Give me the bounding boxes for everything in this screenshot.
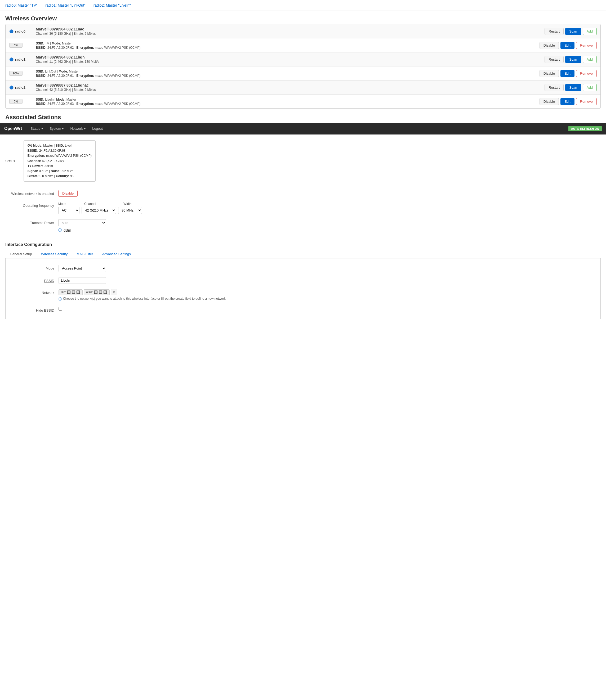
interface-config-title: Interface Configuration [5, 240, 601, 250]
network-field-row: Network lan: 🔲 🔲 🔲 wan: 🔲 🔲 🔲 [11, 287, 595, 304]
radio2-link[interactable]: radio2: Master "LiveIn" [93, 3, 131, 7]
radio0-link[interactable]: radio0: Master "TV" [5, 3, 37, 7]
radio2-restart-button[interactable]: Restart [544, 84, 564, 91]
radio1-link[interactable]: radio1: Master "LinkOut" [45, 3, 86, 7]
channel-select[interactable]: 42 (5210 MHz)36 (5180 MHz)40 (5200 MHz) [81, 207, 116, 214]
system-dropdown-icon: ▾ [62, 123, 64, 135]
radio1-ssid-row: 60% SSID: LinkOut | Mode: Master BSSID: … [5, 67, 601, 80]
transmit-power-label: Transmit Power [5, 219, 58, 225]
hide-essid-checkbox[interactable] [59, 307, 62, 311]
freq-selects: ACNB/GB/G/N 42 (5210 MHz)36 (5180 MHz)40… [58, 207, 150, 214]
status-popup: 0% Mode: Master | SSID: LiveIn BSSID: 24… [24, 140, 96, 182]
navbar-logout[interactable]: Logout [89, 123, 106, 135]
tab-mac-filter[interactable]: MAC-Filter [72, 250, 97, 258]
hide-essid-field-row: Hide ESSID [11, 304, 595, 315]
wireless-overview-table: 🔵 radio0 Marvell 88W8964 802.11nac Chann… [5, 24, 601, 108]
transmit-power-unit: dBm [64, 228, 71, 233]
help-icon-txpower: ⓘ [58, 228, 62, 233]
essid-field-value [59, 277, 595, 284]
tab-advanced-settings[interactable]: Advanced Settings [97, 250, 135, 258]
radio2-ssid-row: 0% SSID: LiveIn | Mode: Master BSSID: 24… [5, 95, 601, 108]
radio2-main-row: 🔵 radio2 Marvell 88W8887 802.11bgnac Cha… [5, 80, 601, 95]
mode-field-value: Access PointClientAd-HocMonitor [59, 265, 595, 272]
radio1-signal-indicator: 60% [9, 71, 33, 76]
radio2-name: radio2 [15, 86, 25, 90]
network-dropdown-icon: ▾ [84, 123, 86, 135]
radio0-ssid-detail: SSID: TV | Mode: Master [36, 42, 537, 45]
radio0-ssid-info: SSID: TV | Mode: Master BSSID: 24:F5:A2:… [33, 41, 539, 49]
radio0-scan-button[interactable]: Scan [565, 28, 581, 35]
radio1-restart-button[interactable]: Restart [544, 56, 564, 63]
radio2-disable-button[interactable]: Disable [539, 98, 559, 105]
mode-field-label: Mode [11, 265, 59, 270]
radio2-chipset: Marvell 88W8887 802.11bgnac [36, 83, 542, 87]
wifi-icon-radio2: 🔵 [9, 86, 14, 90]
radio1-name: radio1 [15, 57, 25, 62]
status-dropdown-icon: ▾ [41, 123, 43, 135]
radio0-main-row: 🔵 radio0 Marvell 88W8964 802.11nac Chann… [5, 24, 601, 39]
transmit-power-group: Transmit Power auto10 dBm17 dBm20 dBm ⓘ … [0, 217, 606, 235]
network-picker: lan: 🔲 🔲 🔲 wan: 🔲 🔲 🔲 ▾ [59, 289, 595, 295]
radio2-icon-label: 🔵 radio2 [9, 86, 33, 90]
help-icon-network: ⓘ [59, 297, 62, 301]
navbar-system[interactable]: System ▾ [46, 123, 67, 135]
radio1-add-button[interactable]: Add [583, 56, 597, 63]
radio0-ssid-actions: Disable Edit Remove [539, 42, 597, 49]
lan-label: lan: [61, 290, 66, 294]
hide-essid-label: Hide ESSID [11, 307, 59, 312]
operating-frequency-group: Operating frequency Mode Channel Width A… [0, 199, 606, 217]
radio1-remove-button[interactable]: Remove [576, 70, 597, 77]
wireless-status-controls: Disable [58, 190, 77, 197]
radio2-info: Marvell 88W8887 802.11bgnac Channel: 42 … [33, 83, 544, 92]
hide-essid-value [59, 307, 595, 311]
radio0-actions: Restart Scan Add [544, 28, 597, 35]
radio2-channel: Channel: 42 (5.210 GHz) | Bitrate: ? Mbi… [36, 88, 542, 92]
radio2-add-button[interactable]: Add [583, 84, 597, 91]
radio0-restart-button[interactable]: Restart [544, 28, 564, 35]
radio0-info: Marvell 88W8964 802.11nac Channel: 36 (5… [33, 27, 544, 35]
mode-select[interactable]: ACNB/GB/G/N [58, 207, 79, 214]
radio1-ssid-actions: Disable Edit Remove [539, 70, 597, 77]
radio0-signal-indicator: 0% [9, 43, 33, 48]
radio0-name: radio0 [15, 29, 25, 33]
radio1-signal-bar: 60% [9, 71, 23, 76]
tab-general-setup[interactable]: General Setup [5, 250, 37, 258]
network-dropdown-button[interactable]: ▾ [111, 289, 117, 295]
radio0-signal-bar: 0% [9, 43, 23, 48]
radio1-edit-button[interactable]: Edit [560, 70, 574, 77]
mode-field-row: Mode Access PointClientAd-HocMonitor [11, 262, 595, 274]
navbar-status[interactable]: Status ▾ [27, 123, 46, 135]
wan-icon2: 🔲 [98, 290, 102, 294]
radio2-scan-button[interactable]: Scan [565, 84, 581, 91]
wireless-disable-button[interactable]: Disable [58, 190, 77, 197]
radio0-remove-button[interactable]: Remove [576, 42, 597, 49]
radio2-remove-button[interactable]: Remove [576, 98, 597, 105]
radio0-disable-button[interactable]: Disable [539, 42, 559, 49]
lan-icon2: 🔲 [71, 290, 75, 294]
transmit-power-controls: auto10 dBm17 dBm20 dBm ⓘ dBm [58, 219, 106, 233]
network-help-message: Choose the network(s) you want to attach… [63, 297, 227, 300]
status-signal: Signal: 0 dBm | Noise: -92 dBm [27, 169, 92, 174]
width-select[interactable]: 80 MHz40 MHz20 MHz [118, 207, 142, 214]
radio0-add-button[interactable]: Add [583, 28, 597, 35]
essid-input[interactable] [59, 277, 106, 284]
radio2-signal-indicator: 0% [9, 99, 33, 104]
operating-frequency-label: Operating frequency [5, 202, 58, 208]
wan-label: wan: [86, 290, 93, 294]
navbar-network[interactable]: Network ▾ [67, 123, 89, 135]
tab-wireless-security[interactable]: Wireless Security [37, 250, 72, 258]
network-tag-wan: wan: 🔲 🔲 🔲 [84, 289, 109, 295]
radio0-edit-button[interactable]: Edit [560, 42, 574, 49]
status-encryption: Encryption: mixed WPA/WPA2 PSK (CCMP) [27, 153, 92, 158]
radio1-scan-button[interactable]: Scan [565, 56, 581, 63]
width-col-header: Width [123, 202, 150, 206]
radio2-edit-button[interactable]: Edit [560, 98, 574, 105]
operating-frequency-controls: Mode Channel Width ACNB/GB/G/N 42 (5210 … [58, 202, 150, 214]
lan-icon1: 🔲 [67, 290, 71, 294]
essid-field-row: ESSID [11, 274, 595, 287]
mode-dropdown[interactable]: Access PointClientAd-HocMonitor [59, 265, 106, 272]
radio1-channel: Channel: 11 (2.462 GHz) | Bitrate: 130 M… [36, 60, 542, 64]
radio1-disable-button[interactable]: Disable [539, 70, 559, 77]
radio2-ssid-detail: SSID: LiveIn | Mode: Master [36, 98, 537, 101]
transmit-power-select[interactable]: auto10 dBm17 dBm20 dBm [58, 219, 106, 226]
